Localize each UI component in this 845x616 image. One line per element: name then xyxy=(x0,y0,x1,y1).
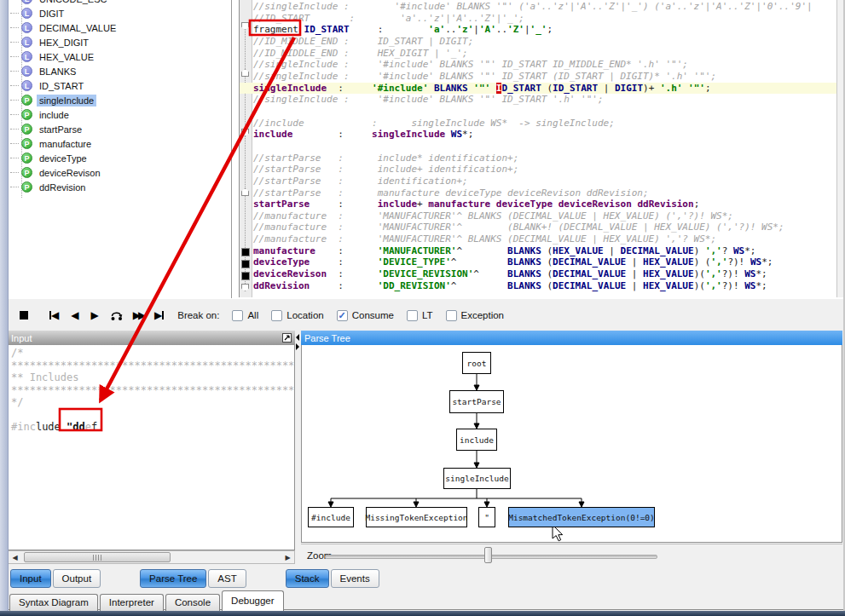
editor-line[interactable]: //singleInclude : '#include' BLANKS '"' … xyxy=(253,71,836,83)
scrollbar-thumb[interactable] xyxy=(24,552,171,562)
go-to-start-button[interactable]: ◀ xyxy=(49,310,59,320)
editor-line[interactable]: deviceRevison : 'DEVICE_REVISION'^ BLANK… xyxy=(253,268,836,280)
input-line[interactable]: /* xyxy=(11,347,295,360)
rule-tree-item-deviceType[interactable]: PdeviceType xyxy=(10,151,229,165)
editor-line[interactable]: //startParse : identification+; xyxy=(253,176,836,187)
rule-tree-item-include[interactable]: Pinclude xyxy=(10,107,229,122)
input-line[interactable]: ****************************************… xyxy=(11,384,295,397)
view-button-input[interactable]: Input xyxy=(10,569,51,588)
fold-marker-icon[interactable] xyxy=(241,248,250,256)
collapse-right-icon[interactable] xyxy=(296,343,299,350)
checkbox-icon[interactable] xyxy=(271,310,282,321)
parse-node[interactable]: include xyxy=(456,429,497,451)
view-button-parse-tree[interactable]: Parse Tree xyxy=(140,569,206,588)
editor-line[interactable]: //singleInclude : '#include' BLANKS '"' … xyxy=(253,94,836,106)
fold-marker-icon[interactable] xyxy=(241,272,250,280)
editor-line[interactable]: include : singleInclude WS*; xyxy=(253,129,836,141)
rule-tree-item-DECIMAL_VALUE[interactable]: LDECIMAL_VALUE xyxy=(10,20,229,35)
step-backward-button[interactable]: ◀ xyxy=(71,310,78,320)
fold-marker-icon[interactable] xyxy=(241,188,249,196)
breakon-lt-checkbox[interactable]: LT xyxy=(407,310,433,321)
rule-tree-item-DIGIT[interactable]: LDIGIT xyxy=(10,6,229,20)
editor-line[interactable] xyxy=(253,141,836,153)
go-to-end-button[interactable]: ▶ xyxy=(154,310,164,320)
editor-line[interactable]: startParse : include+ manufacture device… xyxy=(253,199,836,210)
input-horizontal-scrollbar[interactable]: ◀ ▶ xyxy=(8,550,295,564)
fold-marker-icon[interactable] xyxy=(241,284,249,291)
scroll-left-icon[interactable]: ◀ xyxy=(9,552,21,562)
parse-node[interactable]: MissingTokenException xyxy=(366,507,467,527)
checkbox-icon[interactable] xyxy=(232,310,243,321)
fast-forward-button[interactable]: ▶▶ xyxy=(133,310,144,320)
editor-line[interactable]: //include : singleInclude WS* -> singleI… xyxy=(253,118,836,130)
tab-syntax-diagram[interactable]: Syntax Diagram xyxy=(9,594,98,611)
zoom-slider-thumb[interactable] xyxy=(484,547,492,563)
editor-line[interactable]: //ID_MIDDLE_END : ID_START | DIGIT; xyxy=(253,36,836,48)
editor-line[interactable]: ddRevision : 'DD_REVISION'^ BLANKS (DECI… xyxy=(253,280,836,292)
view-button-output[interactable]: Output xyxy=(53,569,101,588)
rule-tree-item-HEX_DIGIT[interactable]: LHEX_DIGIT xyxy=(10,35,229,49)
rule-tree-item-singleInclude[interactable]: PsingleInclude xyxy=(10,93,229,107)
parse-node[interactable]: #include xyxy=(308,507,354,527)
rule-tree-item-ID_START[interactable]: LID_START xyxy=(10,78,229,93)
tab-interpreter[interactable]: Interpreter xyxy=(100,594,164,611)
editor-line[interactable]: fragment ID_START : 'a'..'z'|'A'..'Z'|'_… xyxy=(253,24,836,36)
grammar-editor[interactable]: //singleInclude : '#include' BLANKS '"' … xyxy=(239,0,844,297)
editor-line[interactable]: //manufacture : 'MANUFACTURER'^ (BLANK+!… xyxy=(253,222,836,233)
editor-line[interactable]: //singleInclude : '#include' BLANKS '"' … xyxy=(253,1,836,13)
fold-marker-icon[interactable] xyxy=(241,129,249,136)
step-over-button[interactable] xyxy=(109,310,124,321)
tab-console[interactable]: Console xyxy=(165,594,220,611)
input-text[interactable]: /***************************************… xyxy=(11,347,295,434)
view-button-ast[interactable]: AST xyxy=(208,569,246,588)
rule-tree-item-startParse[interactable]: PstartParse xyxy=(10,122,229,136)
rule-tree-item-manufacture[interactable]: Pmanufacture xyxy=(10,136,229,151)
editor-line[interactable]: //manufacture : 'MANUFACTURER'^ BLANKS (… xyxy=(253,233,836,245)
editor-line[interactable]: manufacture : 'MANUFACTURER'^ BLANKS (HE… xyxy=(253,245,836,257)
fold-marker-icon[interactable] xyxy=(241,260,250,268)
input-line[interactable]: ** Includes xyxy=(11,371,295,384)
editor-line[interactable]: singleInclude : '#include' BLANKS '"' ID… xyxy=(240,83,844,95)
breakon-exception-checkbox[interactable]: Exception xyxy=(446,310,505,321)
view-button-stack[interactable]: Stack xyxy=(286,569,329,588)
parse-node[interactable]: startParse xyxy=(449,390,504,413)
step-forward-button[interactable]: ▶ xyxy=(90,310,98,320)
editor-line[interactable]: //startParse : manufacture deviceType de… xyxy=(253,187,836,199)
detach-panel-icon[interactable] xyxy=(282,333,292,343)
parse-node[interactable]: singleInclude xyxy=(443,468,511,489)
editor-line[interactable]: //startParse : include+ identification+; xyxy=(253,164,836,176)
rule-tree-item-deviceRevison[interactable]: PdeviceRevison xyxy=(10,165,229,180)
breakon-location-checkbox[interactable]: Location xyxy=(271,310,323,321)
input-line[interactable]: ****************************************… xyxy=(11,360,295,372)
checkbox-icon[interactable] xyxy=(446,310,457,321)
rule-tree-item-BLANKS[interactable]: LBLANKS xyxy=(10,64,229,78)
rule-tree-item-HEX_VALUE[interactable]: LHEX_VALUE xyxy=(10,49,229,64)
scroll-right-icon[interactable]: ▶ xyxy=(281,552,294,562)
editor-line[interactable]: deviceType : 'DEVICE_TYPE'^ BLANKS (DECI… xyxy=(253,256,836,268)
editor-line[interactable]: //singleInclude : '#include' BLANKS '"' … xyxy=(253,59,836,71)
checkbox-icon[interactable] xyxy=(407,310,418,321)
input-line[interactable]: #include "ddef xyxy=(11,421,295,434)
view-button-events[interactable]: Events xyxy=(331,569,379,588)
tab-debugger[interactable]: Debugger xyxy=(222,590,284,611)
panel-splitter[interactable] xyxy=(295,331,301,567)
input-line[interactable] xyxy=(11,409,295,422)
fold-marker-icon[interactable] xyxy=(241,69,249,77)
fold-marker-icon[interactable] xyxy=(241,22,249,30)
collapse-left-icon[interactable] xyxy=(296,334,299,341)
stop-button[interactable] xyxy=(20,311,28,320)
breakon-consume-checkbox[interactable]: ✓Consume xyxy=(337,310,394,321)
editor-line[interactable]: //ID_START : 'a'..'z'|'A'..'Z'|'_'; xyxy=(253,13,836,25)
editor-line[interactable]: //manufacture : 'MANUFACTURER'^ BLANKS (… xyxy=(253,210,836,222)
parse-node[interactable]: " xyxy=(478,507,495,527)
parse-tree-canvas[interactable]: rootstartParseincludesingleInclude#inclu… xyxy=(301,345,842,543)
breakon-all-checkbox[interactable]: All xyxy=(232,310,258,321)
input-line[interactable]: */ xyxy=(11,396,295,409)
checkbox-icon[interactable]: ✓ xyxy=(337,310,348,321)
rule-tree-item-UNICODE_ESC[interactable]: LUNICODE_ESC xyxy=(10,0,229,6)
parse-node[interactable]: MismatchedTokenException(0!=0) xyxy=(508,507,655,527)
parse-node[interactable]: root xyxy=(462,352,491,374)
editor-line[interactable]: //startParse : include* identification+; xyxy=(253,153,836,164)
rule-tree-item-ddRevision[interactable]: PddRevision xyxy=(10,180,229,194)
rule-tree[interactable]: LUNICODE_ESCLDIGITLDECIMAL_VALUELHEX_DIG… xyxy=(10,0,229,194)
